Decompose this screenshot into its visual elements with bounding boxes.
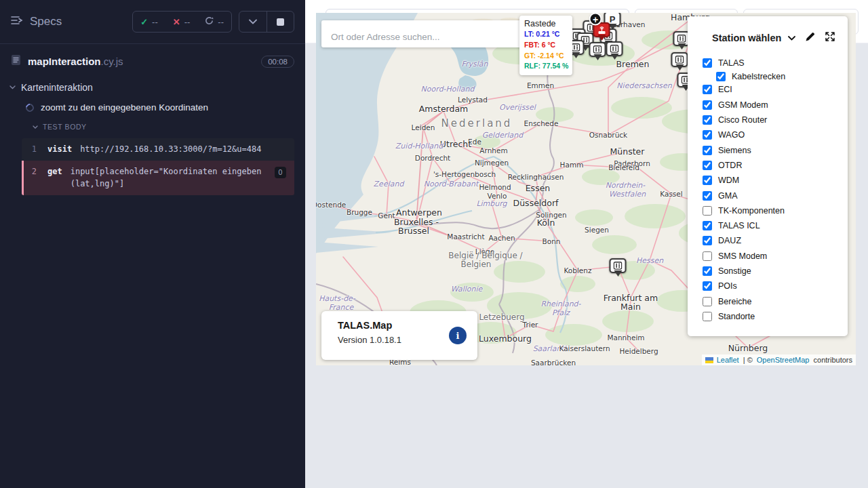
station-filter-panel: Station wählen TALAS Kabelstrecken [688,16,848,336]
suite-title: Karteninteraktion [21,82,93,93]
test-body-row[interactable]: TEST BODY [0,117,305,136]
filter-checkbox[interactable] [703,297,712,306]
filter-checkbox[interactable] [703,58,712,68]
filter-item: Bereiche [703,293,848,308]
runner-controls [239,11,294,33]
info-icon[interactable]: i [449,327,467,344]
filter-checkbox[interactable] [703,161,712,170]
command-log: 1 visit http://192.168.10.33:3000/?m=12&… [22,138,294,195]
osm-link[interactable]: OpenStreetMap [757,356,810,364]
spec-row[interactable]: mapInteraction.cy.js 00:08 [0,44,305,77]
filter-checkbox[interactable] [703,85,712,94]
filter-item: DAUZ [703,233,848,248]
map-attribution: Leaflet | © OpenStreetMap contributors [702,354,856,365]
ukraine-flag-icon [705,357,713,363]
browser-pane: http://192.168.10.33:3000/?m=12&u=484 El… [305,0,868,488]
check-icon: ✓ [140,17,148,27]
stat-check-icon: ✓-- [133,17,165,27]
filter-item: WDM [703,173,848,188]
tooltip-row: LT: 0.21 °C [524,29,568,40]
filter-checkbox[interactable] [703,266,712,276]
test-stats: ✓--✕---- [132,11,232,33]
leaflet-map[interactable]: HamburgBremerhavenBremenNiedersachsenEmm… [316,13,856,365]
stat-fail-icon: ✕-- [165,17,198,27]
station-tooltip: Rastede LT: 0.21 °CFBT: 6 °CGT: -2.14 °C… [519,16,572,75]
filter-checkbox[interactable] [703,221,712,230]
filter-item: GMA [703,188,848,203]
edit-pencil-icon[interactable] [805,32,815,45]
stop-button[interactable] [267,12,294,32]
filter-item: WAGO [703,127,848,142]
filter-checkbox[interactable] [703,176,712,185]
app-version: Version 1.0.18.1 [338,335,465,345]
filter-item: POIs [703,279,848,293]
tooltip-title: Rastede [524,19,568,28]
app-name: TALAS.Map [338,320,465,331]
station-marker[interactable] [671,52,688,67]
filter-item: Siemens [703,142,848,157]
filter-item: Standorte [703,309,848,324]
stat-pending-icon: -- [197,16,231,27]
filter-checkbox[interactable] [703,281,712,291]
filter-item: Cisco Router [703,113,848,127]
filter-item: TALAS [703,56,848,70]
filter-checkbox[interactable] [703,312,712,321]
specs-title: Specs [30,15,62,28]
pending-icon [205,16,214,27]
filter-item: ECI [703,82,848,97]
version-box: TALAS.Map Version 1.0.18.1 i [321,311,477,360]
command-row[interactable]: 2 get input[placeholder="Koordinaten ein… [22,161,294,195]
command-row[interactable]: 1 visit http://192.168.10.33:3000/?m=12&… [22,138,294,161]
filter-item: TALAS ICL [703,218,848,233]
tooltip-row: RLF: 77.54 % [524,61,568,72]
station-marker[interactable] [589,42,606,57]
test-row[interactable]: zoomt zu den eingegebenen Koordinaten [0,97,305,117]
spec-name: mapInteraction [28,56,101,67]
filter-checkbox[interactable] [703,100,712,110]
station-marker[interactable] [610,258,627,273]
test-body-label: TEST BODY [43,123,87,131]
spec-duration-badge: 00:08 [261,56,294,68]
filter-item: SMS Modem [703,249,848,264]
suite-row[interactable]: Karteninteraktion [0,77,305,97]
station-marker[interactable] [606,41,623,56]
leaflet-link[interactable]: Leaflet [717,356,739,364]
panel-title: Station wählen [712,33,781,43]
chevron-down-icon [9,85,16,89]
chevron-down-icon[interactable] [788,36,795,41]
spec-file-icon [11,54,21,68]
stop-icon [277,18,284,26]
filter-checkbox[interactable] [703,191,712,201]
tooltip-row: FBT: 6 °C [524,40,568,51]
test-title: zoomt zu den eingegebenen Koordinaten [41,102,208,113]
filter-item: TK-Komponenten [703,203,848,218]
expand-fullscreen-icon[interactable] [825,31,835,45]
command-count-badge: 0 [275,167,286,178]
filter-item: OTDR [703,158,848,173]
spec-ext: .cy.js [101,56,123,67]
filter-item: GSM Modem [703,98,848,113]
collapse-chevron-button[interactable] [239,12,267,32]
filter-checkbox[interactable] [703,236,712,245]
cluster-plus-icon[interactable]: + [589,13,602,26]
fail-icon: ✕ [173,17,180,27]
filter-checkbox[interactable] [703,206,712,216]
filter-checkbox[interactable] [703,146,712,155]
search-input[interactable] [330,31,519,43]
chevron-down-icon [33,125,38,129]
cypress-sidebar: Specs ✓--✕---- mapInteraction.cy.js 00:0… [0,0,305,488]
map-search[interactable] [321,20,528,47]
specs-menu-icon[interactable] [11,16,23,28]
filter-checkbox[interactable] [703,130,712,140]
sidebar-header: Specs ✓--✕---- [0,0,305,43]
filter-checkbox[interactable] [703,251,712,261]
tooltip-row: GT: -2.14 °C [524,51,568,62]
filter-item: Kabelstrecken [703,70,848,82]
filter-item: Sonstige [703,264,848,279]
test-running-spinner-icon [24,102,36,113]
filter-checkbox[interactable] [703,115,712,125]
filter-checkbox[interactable] [716,72,726,81]
